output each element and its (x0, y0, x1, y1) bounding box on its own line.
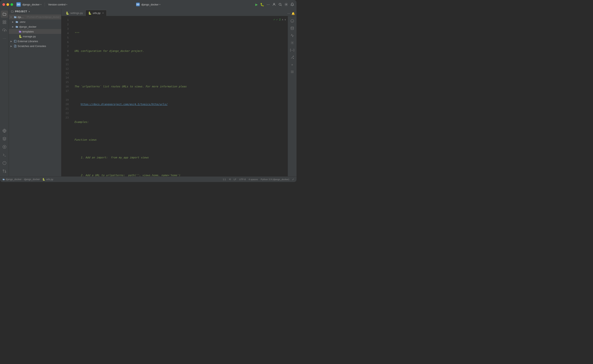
activity-git-icon[interactable] (1, 168, 8, 175)
code-container[interactable]: 1 2 3 4 5 6 7 8 9 10 11 12 13 (61, 16, 288, 176)
minimize-button[interactable] (7, 3, 9, 6)
code-line-1: """ (74, 31, 288, 36)
tree-item-pkg[interactable]: ▶ django_docker (9, 24, 61, 29)
templates-folder-icon (19, 30, 22, 33)
vc-label: Version control (48, 3, 66, 6)
search-icon[interactable] (278, 3, 282, 6)
activity-play-icon[interactable] (1, 143, 8, 150)
tree-item-root[interactable]: ▾ django_docker ~/PycharmProjects/django… (9, 14, 61, 19)
encoding-icon[interactable]: ⟲ (229, 178, 231, 181)
bracket-icon[interactable]: [–] (289, 47, 295, 53)
activity-terminal-icon[interactable] (1, 151, 8, 159)
status-bar-right: 1:1 ⟲ LF UTF-8 4 spaces Python 3.9 (djan… (223, 178, 294, 181)
breadcrumb-sep-1: › (22, 178, 23, 181)
structure-icon[interactable] (289, 69, 295, 75)
tab-close-icon[interactable]: ✕ (102, 12, 104, 14)
expand-icon[interactable]: » (289, 61, 295, 68)
database-icon[interactable] (289, 25, 295, 32)
breadcrumb-py-icon: 🐍 (42, 178, 45, 181)
code-editor[interactable]: """ URL configuration for django_docker … (71, 16, 288, 176)
venv-arrow-icon: ▶ (12, 21, 14, 23)
tab-urls-py[interactable]: 🐍 urls.py ✕ (86, 10, 107, 16)
activity-package-icon[interactable] (1, 27, 8, 34)
analytics-icon[interactable] (289, 32, 295, 39)
activity-web-icon[interactable] (1, 127, 8, 134)
center-project-dropdown[interactable]: django_docker ▾ (141, 3, 160, 6)
pkg-arrow-icon: ▶ (12, 26, 14, 28)
cursor-position[interactable]: 1:1 (223, 178, 226, 181)
scratches-arrow-icon: ▶ (11, 45, 13, 47)
breadcrumb-root[interactable]: django_docker (6, 178, 22, 181)
settings-icon[interactable] (284, 3, 288, 6)
activity-layers-icon[interactable] (1, 135, 8, 143)
tree-item-templates[interactable]: ▶ templates (9, 29, 61, 34)
sidebar-title: Project (15, 10, 27, 13)
python-version[interactable]: Python 3.9 (django_docker) (261, 178, 289, 181)
tree-item-external-libs[interactable]: ▶ External Libraries (9, 39, 61, 44)
gutter-down-icon[interactable]: ∨ (285, 17, 286, 22)
version-control-dropdown[interactable]: Version control ▾ (48, 3, 67, 6)
activity-folder-icon[interactable] (1, 11, 8, 18)
sidebar-header: Project ▾ (9, 9, 61, 14)
tree-item-manage-py[interactable]: ▶ 🐍 manage.py (9, 34, 61, 39)
encoding[interactable]: UTF-8 (239, 178, 246, 181)
breadcrumb-pkg[interactable]: django_docker (24, 178, 40, 181)
svg-point-0 (273, 3, 275, 4)
sidebar-folder-icon (11, 10, 14, 13)
breadcrumb-file[interactable]: urls.py (46, 178, 53, 181)
project-chevron-icon: ▾ (40, 3, 41, 6)
account-icon[interactable] (272, 3, 276, 6)
project-tree: ▾ django_docker ~/PycharmProjects/django… (9, 14, 61, 176)
tree-item-scratches-name: Scratches and Consoles (18, 45, 60, 48)
titlebar: DD django_docker ▾ Version control ▾ DD … (0, 0, 296, 9)
arrow-icon: ▾ (11, 16, 13, 18)
maximize-button[interactable] (11, 3, 13, 6)
tab-settings-py[interactable]: 🐍 settings.py (63, 10, 86, 16)
editor-main: 1 2 3 4 5 6 7 8 9 10 11 12 13 (61, 16, 296, 176)
tab-bar-actions: ⋯ 🔔 (287, 12, 295, 16)
pkg-folder-icon (15, 25, 18, 28)
breadcrumb-sep-2: › (40, 178, 41, 181)
urls-py-tab-label: urls.py (93, 12, 100, 14)
manage-py-icon: 🐍 (19, 35, 22, 38)
titlebar-right: ▶ 🐛 ⋯ (255, 3, 294, 6)
tree-item-manage-py-name: manage.py (23, 35, 60, 38)
right-gutter: [–] » (288, 16, 296, 176)
main-content: ⋯ (0, 9, 296, 176)
sidebar: Project ▾ ▾ django_docker ~/PycharmProje… (9, 9, 61, 176)
notification-icon[interactable] (290, 3, 294, 6)
tree-item-venv[interactable]: ▶ .venv (9, 19, 61, 24)
expand-status-icon[interactable]: ⤢ (292, 178, 294, 181)
project-name-dropdown[interactable]: django_docker ▾ (22, 3, 41, 6)
ai-assistant-icon[interactable] (289, 18, 295, 24)
debug-icon[interactable]: 🐛 (260, 3, 264, 6)
tree-item-pkg-name: django_docker (19, 25, 60, 28)
activity-grid-icon[interactable] (1, 19, 8, 26)
sidebar-chevron-icon: ▾ (29, 11, 30, 13)
tab-more-icon[interactable]: ⋯ (287, 12, 290, 15)
close-button[interactable] (2, 3, 5, 6)
svg-point-18 (5, 172, 6, 173)
titlebar-separator (45, 2, 45, 6)
svg-point-27 (291, 27, 294, 28)
root-folder-icon (14, 16, 17, 19)
more-options-button[interactable]: ⋯ (267, 3, 270, 6)
activity-warning-icon[interactable] (1, 159, 8, 167)
line-ending[interactable]: LF (234, 178, 236, 181)
gutter-up-icon[interactable]: ∧ (282, 17, 283, 22)
tab-notification-icon[interactable]: 🔔 (292, 12, 295, 15)
run-button[interactable]: ▶ (255, 3, 258, 6)
project-name-label: django_docker (22, 3, 40, 6)
editor-area: 🐍 settings.py 🐍 urls.py ✕ ⋯ 🔔 (61, 9, 296, 176)
center-badge-text: DD (137, 3, 139, 6)
svg-rect-6 (3, 23, 4, 24)
check-icon: ✓ (273, 17, 275, 22)
activity-more-icon[interactable]: ⋯ (1, 35, 8, 42)
tree-item-root-path: ~/PycharmProjects/django_docker (26, 16, 60, 18)
svg-rect-5 (5, 21, 6, 22)
indent[interactable]: 4 spaces (249, 178, 258, 181)
svg-point-28 (292, 42, 293, 43)
tree-item-scratches[interactable]: ▶ Scratches and Consoles (9, 44, 61, 48)
settings2-icon[interactable] (289, 39, 295, 46)
diff-icon[interactable] (289, 54, 295, 60)
